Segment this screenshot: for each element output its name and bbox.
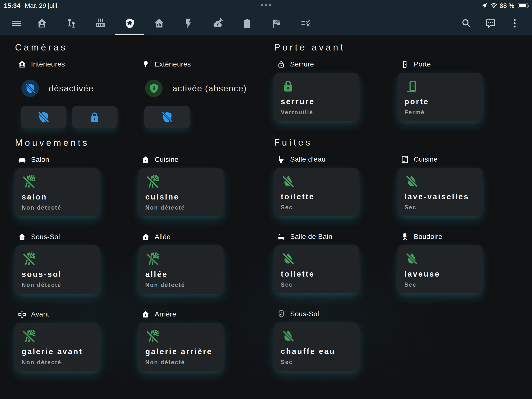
- motion-sensor-off-icon: [145, 174, 160, 189]
- cameras-grid: Intérieures désactivée: [15, 53, 274, 128]
- search-icon[interactable]: [461, 18, 472, 29]
- motion-sensor-off-icon: [22, 174, 36, 189]
- dashboard-content: Caméras Intérieures désactivée: [0, 35, 532, 399]
- right-column: Porte avant Serrure serrure Verrouillé P…: [274, 35, 532, 399]
- entity-status: Sec: [404, 282, 482, 288]
- assist-chat-icon[interactable]: [485, 18, 496, 29]
- house-icon: [141, 233, 150, 241]
- tab-heating[interactable]: [86, 11, 115, 35]
- date: Mar. 29 juill.: [25, 2, 59, 10]
- entity-name: galerie avant: [22, 347, 100, 356]
- entity-name: cuisine: [145, 193, 223, 201]
- tab-home-account[interactable]: [27, 11, 56, 35]
- entity-status: Sec: [281, 204, 359, 211]
- tab-weather[interactable]: [203, 11, 232, 35]
- motion-card[interactable]: galerie arrière Non détecté: [139, 323, 223, 371]
- area-label: Cuisine: [155, 156, 179, 164]
- camera-state-text: désactivée: [49, 83, 94, 93]
- house-icon: [18, 233, 26, 241]
- shield-off-icon: [37, 111, 50, 124]
- entity-name: toilette: [281, 192, 359, 201]
- entity-status: Non détecté: [145, 204, 223, 211]
- motion-cell-salon: Salon salon Non détecté: [15, 149, 139, 216]
- camera-group-interieures: Intérieures désactivée: [15, 53, 139, 128]
- area-label: Sous-Sol: [31, 233, 60, 241]
- entity-name: toilette: [281, 270, 359, 279]
- entity-name: salon: [22, 193, 100, 201]
- sidebar-menu-button[interactable]: [11, 18, 22, 29]
- leak-cell-boudoire: Boudoire laveuse Sec: [398, 216, 521, 293]
- area-label: Allée: [155, 233, 171, 241]
- area-label: Salle d’eau: [290, 155, 326, 163]
- water-off-icon: [404, 174, 419, 189]
- tab-flags[interactable]: [262, 11, 291, 35]
- arm-lock-button[interactable]: [72, 106, 117, 128]
- leak-cell-cuisine: Cuisine lave-vaiselles Sec: [398, 149, 521, 216]
- leak-card[interactable]: toilette Sec: [274, 168, 359, 216]
- disarm-button[interactable]: [21, 106, 66, 128]
- tab-energy[interactable]: [174, 11, 203, 35]
- area-label: Boudoire: [414, 233, 442, 241]
- leak-card[interactable]: chauffe eau Sec: [274, 322, 359, 371]
- entity-name: galerie arrière: [145, 347, 223, 356]
- radiator-icon: [95, 18, 106, 29]
- lock-card[interactable]: serrure Verrouillé: [274, 73, 359, 121]
- motion-card[interactable]: allée Non détecté: [139, 245, 223, 294]
- kebab-menu-icon[interactable]: [509, 18, 520, 29]
- camera-state-badge[interactable]: activée (absence): [139, 80, 262, 97]
- leak-cell-salle-de-bain: Salle de Bain toilette Sec: [274, 216, 398, 293]
- leak-card[interactable]: laveuse Sec: [398, 245, 482, 293]
- area-label: Avant: [31, 310, 49, 318]
- camera-group-exterieures: Extérieures activée (absence): [139, 53, 262, 128]
- camera-state-badge[interactable]: désactivée: [15, 80, 139, 97]
- motion-sensor-off-icon: [22, 329, 36, 344]
- entity-name: chauffe eau: [281, 347, 359, 356]
- tab-lights[interactable]: [56, 11, 86, 35]
- fuites-grid: Salle d’eau toilette Sec Cuisine lave-va…: [274, 149, 532, 371]
- water-heater-icon: [277, 310, 285, 318]
- motion-cell-arriere: Arrière galerie arrière Non détecté: [139, 294, 262, 371]
- motion-card[interactable]: salon Non détecté: [15, 168, 100, 216]
- camera-state-text: activée (absence): [172, 83, 247, 93]
- entity-status: Sec: [404, 204, 482, 211]
- area-label: Salon: [31, 156, 49, 164]
- group-label: Intérieures: [15, 59, 139, 69]
- leak-cell-sous-sol: Sous-Sol chauffe eau Sec: [274, 293, 398, 371]
- leak-cell-salle-eau: Salle d’eau toilette Sec: [274, 149, 398, 216]
- weather-lightning-icon: [212, 18, 223, 29]
- tab-home-analytics[interactable]: [144, 11, 174, 35]
- status-bar: 15:34 Mar. 29 juill. 88 %: [0, 0, 532, 11]
- door-card[interactable]: porte Fermé: [398, 73, 482, 121]
- door-closed-icon: [400, 60, 409, 69]
- section-title-mouvements: Mouvements: [15, 137, 274, 149]
- lock-cell: Serrure serrure Verrouillé: [274, 53, 398, 121]
- area-label: Porte: [414, 60, 431, 68]
- leak-card[interactable]: lave-vaiselles Sec: [398, 168, 482, 216]
- dishwasher-icon: [400, 155, 409, 164]
- wifi-icon: [490, 2, 497, 9]
- list-status-icon: [300, 18, 311, 29]
- leak-card[interactable]: toilette Sec: [274, 245, 359, 293]
- toilet-icon: [277, 155, 285, 164]
- floor-lamp-dual-icon: [66, 18, 77, 29]
- multitasking-dots-icon[interactable]: [261, 4, 271, 6]
- motion-cell-cuisine: Cuisine cuisine Non détecté: [139, 149, 262, 216]
- motion-sensor-off-icon: [145, 251, 160, 266]
- motion-card[interactable]: cuisine Non détecté: [139, 168, 223, 216]
- badge-circle: [21, 80, 39, 97]
- area-label: Cuisine: [414, 155, 438, 163]
- group-label-text: Intérieures: [31, 60, 65, 68]
- shield-off-icon: [161, 111, 174, 124]
- tab-battery[interactable]: [232, 11, 262, 35]
- flag-checkered-icon: [271, 18, 282, 29]
- area-label: Sous-Sol: [290, 310, 319, 318]
- disarm-button[interactable]: [144, 106, 190, 128]
- lock-icon: [88, 111, 101, 124]
- tab-security[interactable]: [115, 11, 144, 35]
- tab-list-status[interactable]: [291, 11, 320, 35]
- motion-card[interactable]: galerie avant Non détecté: [15, 323, 100, 371]
- tree-icon: [141, 60, 150, 69]
- sofa-icon: [18, 155, 26, 164]
- motion-card[interactable]: sous-sol Non détecté: [15, 245, 100, 294]
- house-icon: [141, 155, 150, 164]
